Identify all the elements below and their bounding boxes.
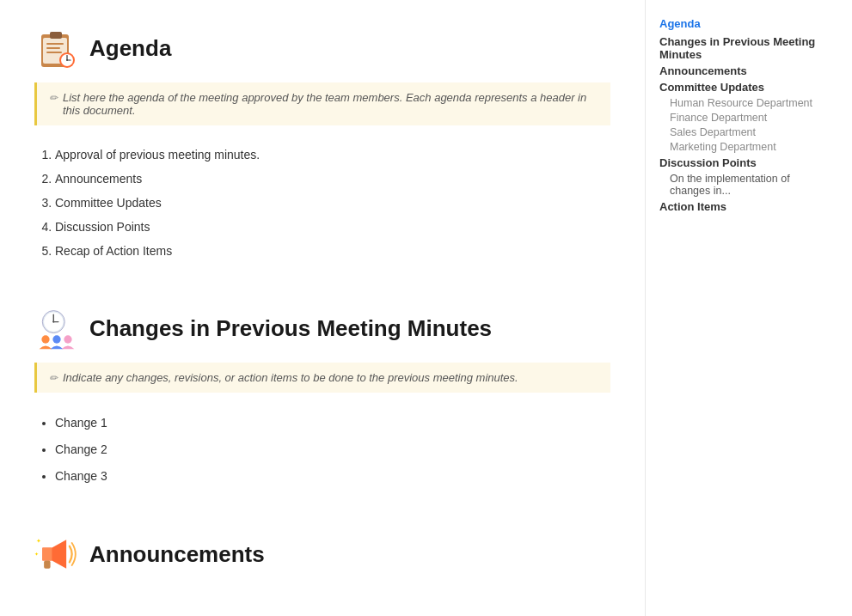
- sidebar-item-hr-dept[interactable]: Human Resource Department: [659, 97, 829, 109]
- svg-rect-5: [46, 52, 62, 53]
- sidebar-item-sales-dept[interactable]: Sales Department: [659, 126, 829, 138]
- sidebar-item-committee-updates[interactable]: Committee Updates: [659, 81, 829, 94]
- list-item: Change 1: [55, 410, 610, 436]
- pencil-icon: ✏: [49, 92, 58, 104]
- svg-rect-3: [46, 43, 64, 45]
- clock-people-icon: [34, 306, 79, 351]
- list-item: Change 2: [55, 436, 610, 463]
- svg-rect-21: [44, 561, 50, 569]
- sidebar-item-discussion-points[interactable]: Discussion Points: [659, 156, 829, 169]
- list-item: Approval of previous meeting minutes.: [55, 143, 610, 167]
- agenda-header: Agenda: [34, 26, 610, 70]
- svg-point-16: [41, 335, 49, 343]
- list-item: Announcements: [55, 167, 610, 191]
- svg-point-10: [66, 59, 68, 61]
- list-item: Change 3: [55, 463, 610, 490]
- sidebar-item-discussion-sub[interactable]: On the implementation of changes in...: [659, 173, 829, 197]
- announcements-section: ✦ ✦ Announcements: [34, 532, 610, 576]
- agenda-section: Agenda ✏ List here the agenda of the mee…: [34, 26, 610, 263]
- main-content: Agenda ✏ List here the agenda of the mee…: [0, 0, 645, 616]
- list-item: Recap of Action Items: [55, 239, 610, 263]
- svg-text:✦: ✦: [34, 552, 39, 557]
- sidebar-item-agenda[interactable]: Agenda: [659, 17, 829, 30]
- sidebar-item-action-items[interactable]: Action Items: [659, 200, 829, 213]
- agenda-info-text: List here the agenda of the meeting appr…: [63, 91, 598, 117]
- svg-point-18: [64, 335, 71, 343]
- sidebar-item-changes[interactable]: Changes in Previous Meeting Minutes: [659, 35, 829, 61]
- agenda-icon: [34, 26, 79, 70]
- pencil-icon-2: ✏: [49, 372, 58, 384]
- sidebar-item-marketing-dept[interactable]: Marketing Department: [659, 141, 829, 153]
- svg-rect-20: [42, 548, 52, 561]
- announcements-title: Announcements: [89, 541, 265, 568]
- changes-list: Change 1 Change 2 Change 3: [34, 410, 610, 489]
- changes-header: Changes in Previous Meeting Minutes: [34, 306, 610, 351]
- changes-title: Changes in Previous Meeting Minutes: [89, 315, 492, 342]
- sidebar: Agenda Changes in Previous Meeting Minut…: [645, 0, 843, 616]
- svg-rect-2: [50, 32, 62, 39]
- changes-info-text: Indicate any changes, revisions, or acti…: [63, 371, 518, 384]
- changes-section: Changes in Previous Meeting Minutes ✏ In…: [34, 306, 610, 489]
- svg-text:✦: ✦: [36, 537, 41, 545]
- agenda-list: Approval of previous meeting minutes. An…: [34, 143, 610, 263]
- agenda-info-box: ✏ List here the agenda of the meeting ap…: [34, 82, 610, 125]
- agenda-title: Agenda: [89, 35, 171, 62]
- announcements-header: ✦ ✦ Announcements: [34, 532, 610, 576]
- changes-info-box: ✏ Indicate any changes, revisions, or ac…: [34, 363, 610, 393]
- megaphone-icon: ✦ ✦: [34, 532, 79, 576]
- sidebar-item-finance-dept[interactable]: Finance Department: [659, 112, 829, 124]
- svg-rect-4: [46, 47, 60, 49]
- svg-point-17: [52, 335, 60, 343]
- sidebar-item-announcements[interactable]: Announcements: [659, 64, 829, 77]
- list-item: Discussion Points: [55, 215, 610, 239]
- svg-point-15: [52, 320, 54, 322]
- list-item: Committee Updates: [55, 191, 610, 215]
